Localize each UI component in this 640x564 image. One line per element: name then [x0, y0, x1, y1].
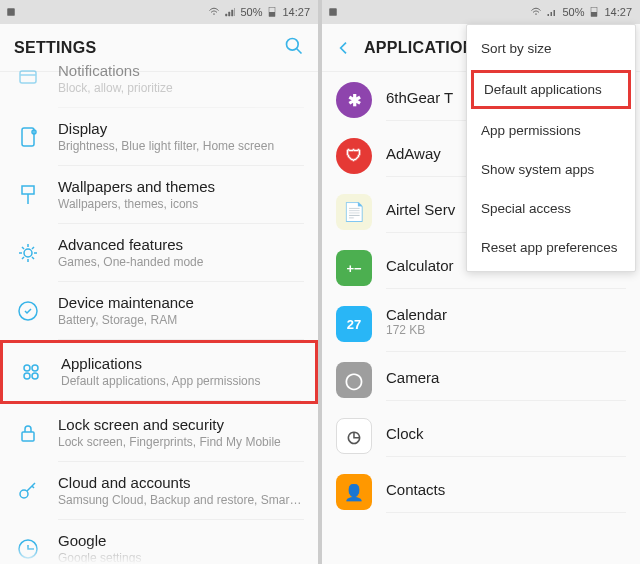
row-sub: Wallpapers, themes, icons — [58, 197, 304, 211]
settings-screen: 50% 14:27 SETTINGS NotificationsBlock, a… — [0, 0, 318, 564]
app-row-clock[interactable]: ◷ Clock — [322, 408, 640, 464]
paintbrush-icon — [16, 183, 40, 207]
svg-point-13 — [24, 365, 30, 371]
row-sub: Default applications, App permissions — [61, 374, 301, 388]
battery-text: 50% — [562, 6, 584, 18]
google-icon — [16, 537, 40, 561]
menu-special-access[interactable]: Special access — [467, 189, 635, 228]
row-title: Google — [58, 532, 304, 549]
app-row-calendar[interactable]: 27 Calendar172 KB — [322, 296, 640, 352]
wifi-icon — [530, 6, 542, 18]
settings-list[interactable]: NotificationsBlock, allow, prioritize Di… — [0, 50, 318, 564]
settings-row-advanced[interactable]: Advanced featuresGames, One-handed mode — [0, 224, 318, 282]
signal-icon — [546, 6, 558, 18]
advanced-icon — [16, 241, 40, 265]
app-row-contacts[interactable]: 👤 Contacts — [322, 464, 640, 520]
svg-point-16 — [32, 373, 38, 379]
app-name: Clock — [386, 425, 626, 442]
menu-reset-app-preferences[interactable]: Reset app preferences — [467, 228, 635, 267]
download-icon — [341, 7, 351, 17]
row-title: Lock screen and security — [58, 416, 304, 433]
svg-rect-17 — [22, 432, 34, 441]
menu-app-permissions[interactable]: App permissions — [467, 111, 635, 150]
apps-icon — [19, 360, 43, 384]
row-title: Advanced features — [58, 236, 304, 253]
app-name: Camera — [386, 369, 626, 386]
notifications-icon — [16, 67, 40, 91]
row-sub: Lock screen, Fingerprints, Find My Mobil… — [58, 435, 304, 449]
clock-text: 14:27 — [604, 6, 632, 18]
svg-point-3 — [287, 38, 299, 50]
settings-row-cloud[interactable]: Cloud and accountsSamsung Cloud, Backup … — [0, 462, 318, 520]
row-title: Applications — [61, 355, 301, 372]
wifi-icon — [208, 6, 220, 18]
menu-sort-by-size[interactable]: Sort by size — [467, 29, 635, 68]
overflow-menu: Sort by size Default applications App pe… — [466, 24, 636, 272]
row-title: Notifications — [58, 62, 304, 79]
battery-icon — [588, 6, 600, 18]
key-icon — [16, 479, 40, 503]
settings-row-wallpapers[interactable]: Wallpapers and themesWallpapers, themes,… — [0, 166, 318, 224]
battery-text: 50% — [240, 6, 262, 18]
applications-screen: 50% 14:27 APPLICATIONS ✱ 6thGear T 🛡 AdA… — [322, 0, 640, 564]
app-icon: 📄 — [336, 194, 372, 230]
svg-rect-20 — [329, 8, 337, 16]
svg-rect-2 — [269, 12, 275, 17]
app-icon: ✱ — [336, 82, 372, 118]
app-icon: +− — [336, 250, 372, 286]
status-bar: 50% 14:27 — [322, 0, 640, 24]
settings-row-google[interactable]: GoogleGoogle settings — [0, 520, 318, 564]
display-icon — [16, 125, 40, 149]
chevron-left-icon — [336, 40, 352, 56]
clock-text: 14:27 — [282, 6, 310, 18]
settings-row-maintenance[interactable]: Device maintenanceBattery, Storage, RAM — [0, 282, 318, 340]
back-button[interactable] — [336, 40, 352, 56]
row-sub: Samsung Cloud, Backup and restore, Smart… — [58, 493, 304, 507]
settings-row-applications[interactable]: ApplicationsDefault applications, App pe… — [0, 340, 318, 404]
menu-default-applications[interactable]: Default applications — [471, 70, 631, 109]
row-sub: Battery, Storage, RAM — [58, 313, 304, 327]
app-icon: ◯ — [336, 362, 372, 398]
app-name: Calendar — [386, 306, 626, 323]
status-bar: 50% 14:27 — [0, 0, 318, 24]
svg-point-11 — [24, 249, 32, 257]
download-icon — [19, 7, 29, 17]
app-icon: 🛡 — [336, 138, 372, 174]
svg-rect-0 — [7, 8, 15, 16]
app-icon: 27 — [336, 306, 372, 342]
svg-point-14 — [32, 365, 38, 371]
svg-rect-22 — [591, 12, 597, 17]
signal-icon — [224, 6, 236, 18]
row-sub: Block, allow, prioritize — [58, 81, 304, 95]
svg-rect-5 — [20, 71, 36, 83]
maintenance-icon — [16, 299, 40, 323]
picture-icon — [6, 7, 16, 17]
row-sub: Games, One-handed mode — [58, 255, 304, 269]
app-sub: 172 KB — [386, 323, 626, 337]
settings-row-lockscreen[interactable]: Lock screen and securityLock screen, Fin… — [0, 404, 318, 462]
menu-show-system-apps[interactable]: Show system apps — [467, 150, 635, 189]
picture-icon — [328, 7, 338, 17]
app-name: Contacts — [386, 481, 626, 498]
row-title: Display — [58, 120, 304, 137]
row-sub: Brightness, Blue light filter, Home scre… — [58, 139, 304, 153]
settings-row-notifications[interactable]: NotificationsBlock, allow, prioritize — [0, 50, 318, 108]
row-title: Wallpapers and themes — [58, 178, 304, 195]
battery-icon — [266, 6, 278, 18]
svg-point-15 — [24, 373, 30, 379]
svg-rect-9 — [22, 186, 34, 194]
settings-row-display[interactable]: DisplayBrightness, Blue light filter, Ho… — [0, 108, 318, 166]
app-icon: ◷ — [336, 418, 372, 454]
row-sub: Google settings — [58, 551, 304, 564]
svg-point-18 — [20, 490, 28, 498]
app-icon: 👤 — [336, 474, 372, 510]
lock-icon — [16, 421, 40, 445]
app-row-camera[interactable]: ◯ Camera — [322, 352, 640, 408]
row-title: Cloud and accounts — [58, 474, 304, 491]
row-title: Device maintenance — [58, 294, 304, 311]
